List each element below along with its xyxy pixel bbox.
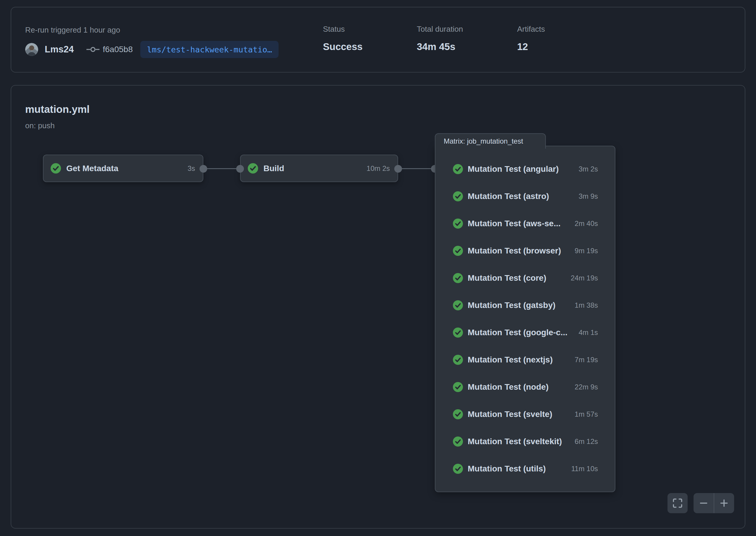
job-duration: 24m 19s — [571, 274, 598, 282]
edge-line-build-matrix — [398, 168, 435, 169]
zoom-control-group — [694, 493, 734, 513]
matrix-job-google-cloud[interactable]: Mutation Test (google-c... 4m 1s — [435, 319, 615, 346]
job-duration: 22m 9s — [575, 383, 598, 391]
matrix-job-utils[interactable]: Mutation Test (utils) 11m 10s — [435, 455, 615, 483]
edge-dot — [394, 165, 402, 173]
stat-duration-value: 34m 45s — [417, 40, 463, 53]
job-name: Mutation Test (utils) — [468, 464, 546, 474]
stat-total-duration: Total duration 34m 45s — [417, 24, 463, 53]
success-check-icon — [453, 327, 463, 338]
success-check-icon — [453, 464, 463, 474]
branch-chip[interactable]: lms/test-hackweek-mutatio… — [140, 41, 278, 58]
job-duration: 1m 57s — [575, 410, 598, 419]
zoom-in-button[interactable] — [714, 493, 734, 513]
matrix-panel: Mutation Test (angular) 3m 2s Mutation T… — [435, 146, 615, 492]
workflow-file-title: mutation.yml — [25, 102, 90, 117]
success-check-icon — [453, 246, 463, 256]
success-check-icon — [453, 355, 463, 365]
job-name: Mutation Test (svelte) — [468, 410, 552, 419]
fullscreen-icon — [673, 498, 682, 508]
edge-dot — [200, 165, 207, 173]
matrix-job-node[interactable]: Mutation Test (node) 22m 9s — [435, 373, 615, 401]
job-name: Get Metadata — [66, 164, 118, 173]
job-name: Mutation Test (browser) — [468, 246, 561, 255]
zoom-out-icon — [699, 498, 709, 508]
run-meta-row: Lms24 f6a05b8 lms/test-hackweek-mutatio… — [25, 41, 278, 58]
matrix-job-browser[interactable]: Mutation Test (browser) 9m 19s — [435, 237, 615, 264]
job-duration: 3m 2s — [579, 165, 598, 173]
job-name: Mutation Test (core) — [468, 273, 546, 283]
commit-icon — [86, 46, 100, 53]
matrix-tab: Matrix: job_mutation_test — [435, 133, 546, 149]
success-check-icon — [248, 163, 258, 174]
success-check-icon — [453, 218, 463, 229]
run-trigger-text: Re-run triggered 1 hour ago — [25, 24, 120, 35]
job-duration: 4m 1s — [579, 328, 598, 337]
commit-sha-link[interactable]: f6a05b8 — [103, 45, 133, 54]
job-name: Mutation Test (angular) — [468, 164, 558, 174]
success-check-icon — [453, 191, 463, 201]
stat-artifacts-value: 12 — [517, 40, 545, 53]
success-check-icon — [453, 273, 463, 283]
job-duration: 10m 2s — [366, 164, 390, 173]
job-duration: 3m 9s — [579, 192, 598, 200]
success-check-icon — [453, 300, 463, 310]
stat-duration-label: Total duration — [417, 24, 463, 34]
matrix-job-astro[interactable]: Mutation Test (astro) 3m 9s — [435, 183, 615, 210]
job-name: Mutation Test (astro) — [468, 192, 549, 201]
matrix-job-gatsby[interactable]: Mutation Test (gatsby) 1m 38s — [435, 292, 615, 319]
zoom-out-button[interactable] — [694, 493, 714, 513]
job-name: Mutation Test (node) — [468, 382, 549, 392]
job-duration: 9m 19s — [575, 247, 598, 255]
job-name: Mutation Test (nextjs) — [468, 355, 552, 364]
job-name: Mutation Test (sveltekit) — [468, 437, 562, 446]
success-check-icon — [50, 163, 61, 174]
zoom-in-icon — [719, 498, 729, 508]
edge-line-metadata-build — [204, 168, 240, 169]
success-check-icon — [453, 382, 463, 392]
workflow-graph-card: mutation.yml on: push Get Metadata 3s Bu… — [11, 85, 745, 529]
job-name: Mutation Test (aws-se... — [468, 219, 561, 228]
avatar[interactable] — [25, 43, 38, 56]
matrix-title: Matrix: job_mutation_test — [444, 137, 523, 146]
job-duration: 1m 38s — [575, 301, 598, 310]
matrix-job-angular[interactable]: Mutation Test (angular) 3m 2s — [435, 155, 615, 183]
branch-name: lms/test-hackweek-mutatio… — [147, 45, 272, 54]
stat-status-label: Status — [323, 24, 362, 34]
stat-artifacts: Artifacts 12 — [517, 24, 545, 53]
matrix-job-aws-serverless[interactable]: Mutation Test (aws-se... 2m 40s — [435, 210, 615, 237]
job-duration: 2m 40s — [575, 219, 598, 228]
success-check-icon — [453, 437, 463, 447]
edge-dot — [236, 165, 244, 173]
matrix-job-sveltekit[interactable]: Mutation Test (sveltekit) 6m 12s — [435, 428, 615, 455]
actor-name[interactable]: Lms24 — [45, 44, 74, 55]
run-summary-card: Re-run triggered 1 hour ago Lms24 f6a05b… — [11, 7, 745, 73]
success-check-icon — [453, 409, 463, 419]
job-name: Mutation Test (google-c... — [468, 328, 567, 337]
job-duration: 6m 12s — [575, 437, 598, 446]
matrix-job-nextjs[interactable]: Mutation Test (nextjs) 7m 19s — [435, 346, 615, 373]
job-node-build[interactable]: Build 10m 2s — [240, 154, 398, 182]
workflow-trigger: on: push — [25, 120, 55, 131]
stat-artifacts-label: Artifacts — [517, 24, 545, 34]
job-node-get-metadata[interactable]: Get Metadata 3s — [43, 154, 204, 182]
success-check-icon — [453, 164, 463, 174]
matrix-job-core[interactable]: Mutation Test (core) 24m 19s — [435, 264, 615, 292]
stat-status: Status Success — [323, 24, 362, 53]
job-name: Mutation Test (gatsby) — [468, 301, 555, 310]
job-duration: 3s — [188, 164, 195, 173]
job-duration: 11m 10s — [571, 465, 598, 473]
avatar-image — [25, 43, 38, 56]
stat-status-value: Success — [323, 40, 362, 53]
job-duration: 7m 19s — [575, 356, 598, 364]
fullscreen-button[interactable] — [668, 493, 688, 513]
job-name: Build — [264, 164, 284, 173]
matrix-job-svelte[interactable]: Mutation Test (svelte) 1m 57s — [435, 401, 615, 428]
